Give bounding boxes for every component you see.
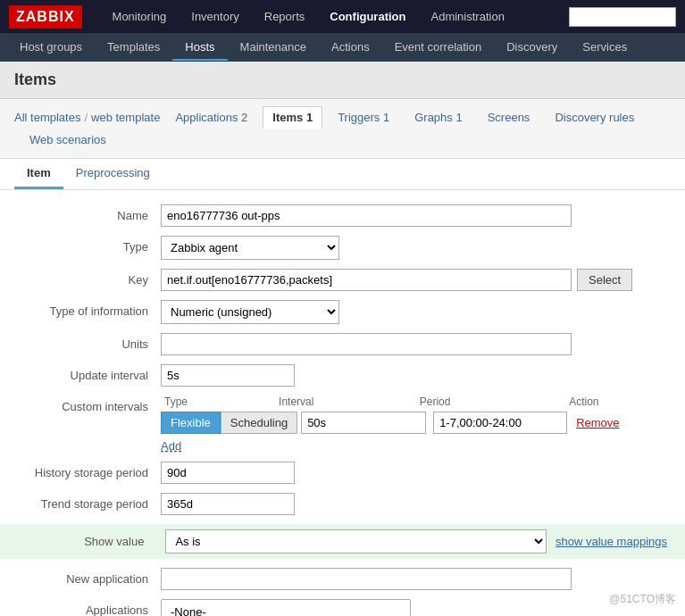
item-tabs: Item Preprocessing [0,159,685,190]
key-label: Key [18,269,161,287]
history-storage-control [161,462,667,484]
ci-add-link[interactable]: Add [161,439,181,453]
logo: ZABBIX [9,5,82,29]
ci-header-period: Period [420,395,569,408]
applications-label: Applications [18,599,161,616]
trend-storage-input[interactable] [161,493,295,515]
update-interval-label: Update interval [18,364,161,382]
tab-screens[interactable]: Screens [478,106,540,129]
btn-scheduling[interactable]: Scheduling [221,412,297,434]
new-application-control [161,568,667,590]
subnav-maintenance[interactable]: Maintenance [228,35,319,61]
form-area: Name Type Zabbix agent Zabbix agent (act… [0,190,685,616]
breadcrumb-separator: / [84,111,88,124]
ci-remove-link[interactable]: Remove [576,416,619,429]
breadcrumb-all-templates[interactable]: All templates [14,111,80,124]
ci-period-input[interactable] [433,412,567,434]
type-of-information-control: Numeric (unsigned) Numeric (float) Chara… [161,300,667,324]
sub-navigation: Host groups Templates Hosts Maintenance … [0,33,685,62]
show-value-select[interactable]: As is [165,529,547,554]
history-storage-row: History storage period [0,462,685,484]
custom-intervals-row: Custom intervals Type Interval Period Ac… [0,395,685,453]
name-input[interactable] [161,204,572,227]
tab-discovery-rules[interactable]: Discovery rules [545,106,644,129]
tab-preprocessing[interactable]: Preprocessing [63,159,163,189]
name-row: Name [0,204,685,227]
ci-header-action: Action [569,395,639,408]
ci-interval-input[interactable] [301,412,426,434]
units-control [161,333,667,355]
name-control [161,204,667,227]
watermark: @51CTO博客 [609,592,676,607]
tab-graphs[interactable]: Graphs 1 [405,106,472,129]
btn-flexible[interactable]: Flexible [161,412,221,434]
tab-web-scenarios[interactable]: Web scenarios [20,129,116,151]
update-interval-input[interactable] [161,364,295,387]
subnav-discovery[interactable]: Discovery [494,35,570,61]
nav-monitoring[interactable]: Monitoring [100,3,180,30]
sub-nav-list: Host groups Templates Hosts Maintenance … [7,35,639,61]
breadcrumb-tabs: All templates / web template Application… [0,99,685,159]
new-application-label: New application [18,568,161,586]
new-application-row: New application [0,568,685,590]
type-control: Zabbix agent Zabbix agent (active) Simpl… [161,236,667,260]
app-option-none: -None- [167,604,405,616]
key-row: Key Select [0,269,685,291]
units-row: Units [0,333,685,355]
trend-storage-label: Trend storage period [18,493,161,511]
type-of-information-select[interactable]: Numeric (unsigned) Numeric (float) Chara… [161,300,339,324]
subnav-services[interactable]: Services [570,35,639,61]
show-value-row: Show value As is show value mappings [0,524,685,559]
top-navigation: ZABBIX Monitoring Inventory Reports Conf… [0,0,685,33]
nav-configuration[interactable]: Configuration [317,3,418,30]
custom-intervals-control: Type Interval Period Action Flexible Sch… [161,395,667,453]
show-value-label: Show value [18,535,156,548]
breadcrumb-current-template[interactable]: web template [91,111,160,124]
subnav-templates[interactable]: Templates [95,35,172,61]
tab-triggers[interactable]: Triggers 1 [328,106,399,129]
update-interval-row: Update interval [0,364,685,387]
type-of-information-row: Type of information Numeric (unsigned) N… [0,300,685,324]
trend-storage-row: Trend storage period [0,493,685,515]
ci-header-interval: Interval [279,395,420,408]
applications-control: -None- cpu stats traffic stats [161,599,667,616]
search-input[interactable] [569,7,676,27]
history-storage-label: History storage period [18,462,161,479]
key-input[interactable] [161,269,572,291]
update-interval-control [161,364,667,387]
top-nav-list: Monitoring Inventory Reports Configurati… [100,3,517,30]
new-application-input[interactable] [161,568,572,590]
ci-header-type: Type [164,395,279,408]
applications-listbox[interactable]: -None- cpu stats traffic stats [161,599,411,616]
page-title-area: Items [0,62,685,99]
units-input[interactable] [161,333,572,355]
subnav-actions[interactable]: Actions [319,35,382,61]
type-row: Type Zabbix agent Zabbix agent (active) … [0,236,685,260]
show-value-mappings-link[interactable]: show value mappings [556,535,667,548]
trend-storage-control [161,493,667,515]
nav-administration[interactable]: Administration [419,3,517,30]
subnav-eventcorrelation[interactable]: Event correlation [382,35,495,61]
tab-items[interactable]: Items 1 [263,106,322,129]
tab-item[interactable]: Item [14,159,63,189]
tab-applications[interactable]: Applications 2 [165,106,257,129]
name-label: Name [18,204,161,222]
history-storage-input[interactable] [161,462,295,484]
units-label: Units [18,333,161,351]
key-select-button[interactable]: Select [577,269,632,291]
nav-reports[interactable]: Reports [252,3,318,30]
ci-header: Type Interval Period Action [161,395,643,408]
custom-intervals-label: Custom intervals [18,395,161,413]
page-title: Items [14,71,671,89]
subnav-hostgroups[interactable]: Host groups [7,35,95,61]
type-label: Type [18,236,161,254]
applications-row: Applications -None- cpu stats traffic st… [0,599,685,616]
key-control: Select [161,269,667,291]
ci-row-0: Flexible Scheduling Remove [161,412,643,434]
type-select[interactable]: Zabbix agent Zabbix agent (active) Simpl… [161,236,339,260]
nav-inventory[interactable]: Inventory [179,3,251,30]
subnav-hosts[interactable]: Hosts [172,35,227,61]
type-of-information-label: Type of information [18,300,161,318]
